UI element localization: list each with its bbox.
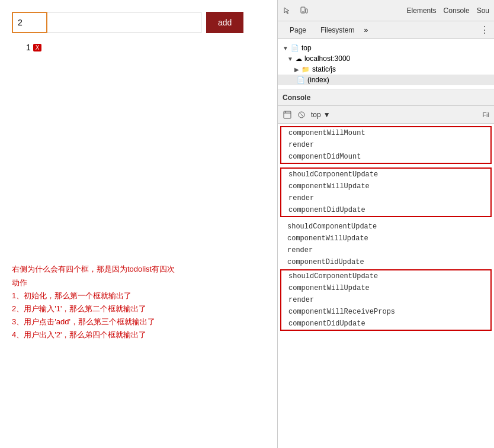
console-clear-icon[interactable] <box>283 110 292 120</box>
devtools-panel: Elements Console Sou Page Filesystem » ⋮… <box>277 0 494 448</box>
lifecycle-box-2: shouldComponentUpdate componentWillUpdat… <box>280 167 492 217</box>
console-filter-label: top <box>311 111 321 119</box>
cloud-icon-localhost: ☁ <box>296 55 302 63</box>
todo-item-text: 1 <box>26 43 31 52</box>
tree-label-localhost: localhost:3000 <box>304 54 350 63</box>
explanation-line-2: 动作 <box>12 276 265 289</box>
sources-tab-label[interactable]: Sou <box>477 7 489 15</box>
devtools-sub-tabs: Page Filesystem » ⋮ <box>278 21 494 39</box>
console-toolbar: top ▼ Fil <box>278 106 494 124</box>
lifecycle-box-4: shouldComponentUpdate componentWillUpdat… <box>280 269 492 331</box>
lifecycle-item: componentDidUpdate <box>281 204 490 216</box>
folder-icon-top: 📄 <box>291 44 299 52</box>
devtools-toolbar: Elements Console Sou <box>278 0 494 21</box>
lifecycle-item: render <box>281 192 490 204</box>
lifecycle-item: render <box>281 139 490 151</box>
explanation-line-3: 1、初始化，那么第一个框就输出了 <box>12 289 265 302</box>
console-ban-icon[interactable] <box>297 110 306 120</box>
tree-item-top[interactable]: ▼ 📄 top <box>278 43 494 53</box>
left-panel: add 1 X 右侧为什么会有四个框，那是因为todolist有四次 动作 1、… <box>0 0 277 448</box>
lifecycle-content: componentWillMount render componentDidMo… <box>278 124 494 448</box>
lifecycle-box-1: componentWillMount render componentDidMo… <box>280 126 492 164</box>
chevron-down-icon: ▼ <box>323 111 331 119</box>
lifecycle-item: shouldComponentUpdate <box>281 270 490 282</box>
lifecycle-item: componentDidUpdate <box>281 318 490 330</box>
device-icon[interactable] <box>299 6 309 15</box>
console-bar: Console <box>278 89 494 106</box>
lifecycle-item: componentWillUpdate <box>281 181 490 192</box>
svg-line-7 <box>300 112 304 117</box>
more-tabs-button[interactable]: » <box>361 24 370 37</box>
lifecycle-item: componentDidMount <box>281 151 490 163</box>
explanation-line-4: 2、用户输入'1'，那么第二个框就输出了 <box>12 302 265 315</box>
lifecycle-item: shouldComponentUpdate <box>281 169 490 181</box>
file-tree: ▼ 📄 top ▼ ☁ localhost:3000 ▶ 📁 static/js… <box>278 39 494 89</box>
tree-arrow-staticjs: ▶ <box>294 66 299 73</box>
tab-filesystem[interactable]: Filesystem <box>313 24 361 37</box>
file-icon-index: 📄 <box>297 76 305 84</box>
lifecycle-box-3: shouldComponentUpdate componentWillUpdat… <box>280 221 492 268</box>
lifecycle-item: render <box>281 294 490 306</box>
tree-item-localhost[interactable]: ▼ ☁ localhost:3000 <box>278 53 494 64</box>
tab-page[interactable]: Page <box>283 24 313 37</box>
console-bar-label: Console <box>283 94 310 102</box>
delete-button[interactable]: X <box>33 44 42 51</box>
console-tab-label[interactable]: Console <box>444 7 470 15</box>
cursor-icon[interactable] <box>283 6 292 15</box>
lifecycle-item: componentWillUpdate <box>280 233 492 244</box>
filter-label: Fil <box>482 111 489 118</box>
tree-item-index[interactable]: 📄 (index) <box>278 75 494 85</box>
tree-item-staticjs[interactable]: ▶ 📁 static/js <box>278 64 494 75</box>
explanation: 右侧为什么会有四个框，那是因为todolist有四次 动作 1、初始化，那么第一… <box>12 263 265 341</box>
svg-rect-1 <box>306 9 307 13</box>
tree-arrow-localhost: ▼ <box>287 56 293 62</box>
tree-label-top: top <box>301 44 312 52</box>
lifecycle-item: componentWillMount <box>281 127 490 139</box>
console-filter-dropdown[interactable]: top ▼ <box>311 111 331 119</box>
explanation-line-5: 3、用户点击'add'，那么第三个框就输出了 <box>12 315 265 328</box>
lifecycle-item: componentWillReceiveProps <box>281 306 490 318</box>
explanation-line-6: 4、用户出入'2'，那么弟四个框就输出了 <box>12 328 265 341</box>
todo-input-row: add <box>12 12 265 33</box>
tree-label-staticjs: static/js <box>312 65 336 73</box>
add-button[interactable]: add <box>206 12 243 33</box>
explanation-line-1: 右侧为什么会有四个框，那是因为todolist有四次 <box>12 263 265 276</box>
folder-icon-staticjs: 📁 <box>301 66 310 73</box>
tree-arrow-top: ▼ <box>283 45 288 51</box>
todo-text-input[interactable] <box>47 12 201 33</box>
lifecycle-item: shouldComponentUpdate <box>280 221 492 233</box>
svg-rect-3 <box>284 111 291 118</box>
lifecycle-item: componentDidUpdate <box>280 256 492 268</box>
todo-item: 1 X <box>26 43 265 52</box>
devtools-menu-dots[interactable]: ⋮ <box>480 24 489 36</box>
elements-tab-label[interactable]: Elements <box>407 7 437 15</box>
tree-label-index: (index) <box>307 76 329 84</box>
todo-list: 1 X <box>12 43 265 52</box>
lifecycle-item: componentWillUpdate <box>281 282 490 294</box>
lifecycle-item: render <box>280 244 492 256</box>
todo-number-input[interactable] <box>12 12 47 33</box>
